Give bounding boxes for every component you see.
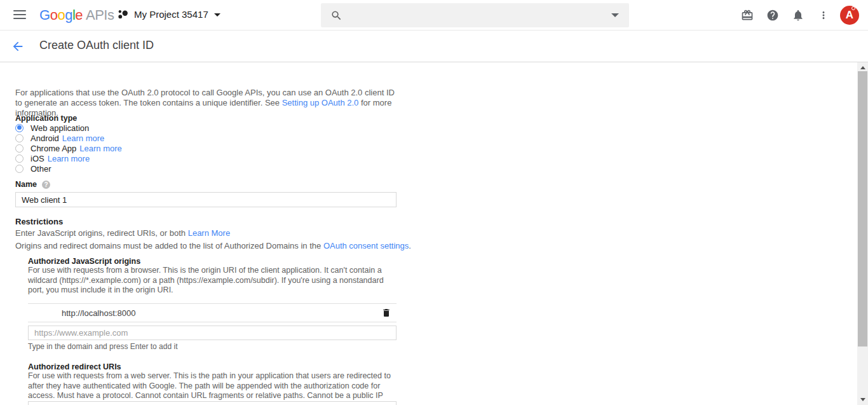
delete-origin-button[interactable]: [377, 303, 396, 322]
radio-other[interactable]: Other: [15, 163, 122, 174]
more-vert-icon[interactable]: [811, 3, 836, 28]
page-title: Create OAuth client ID: [39, 39, 154, 52]
restrictions-learn-more-link[interactable]: Learn More: [188, 228, 230, 238]
search-icon: [330, 10, 342, 22]
google-apis-logo[interactable]: GoogleAPIs: [39, 7, 114, 24]
restrictions-text: Enter JavaScript origins, redirect URIs,…: [15, 228, 188, 238]
scrollbar-thumb[interactable]: [858, 71, 867, 347]
origin-input[interactable]: [28, 326, 397, 340]
restrictions-heading: Restrictions: [15, 217, 63, 226]
back-arrow-icon[interactable]: [11, 39, 25, 53]
header-actions: A: [735, 0, 864, 31]
restrictions-line2: Origins and redirect domains must be add…: [15, 241, 411, 251]
radio-chrome-app[interactable]: Chrome App Learn more: [15, 143, 122, 153]
origin-entry-value: http://localhost:8000: [28, 308, 377, 318]
learn-more-link[interactable]: Learn more: [62, 134, 104, 143]
redirect-uris-description: For use with requests from a web server.…: [28, 371, 403, 405]
search-input[interactable]: [342, 3, 611, 27]
content: For applications that use the OAuth 2.0 …: [0, 62, 857, 405]
radio-label: Android: [31, 134, 59, 143]
scroll-down-arrow[interactable]: [857, 394, 868, 405]
restrictions-period: .: [409, 241, 411, 251]
radio-label: Other: [31, 164, 51, 174]
application-type-label: Application type: [15, 114, 77, 123]
vertical-scrollbar[interactable]: [857, 62, 868, 405]
apis-label: APIs: [86, 7, 114, 23]
radio-label: Web application: [31, 123, 89, 133]
google-wordmark: Google: [39, 7, 83, 23]
redirect-uri-input-partial[interactable]: [28, 401, 397, 405]
name-input[interactable]: [15, 192, 397, 207]
avatar-ring: [851, 6, 855, 10]
gift-icon[interactable]: [735, 3, 760, 28]
help-icon[interactable]: [760, 3, 785, 28]
redirect-uris-heading: Authorized redirect URIs: [28, 362, 121, 371]
learn-more-link[interactable]: Learn more: [48, 154, 90, 163]
radio-label: Chrome App: [31, 144, 76, 153]
menu-icon[interactable]: [13, 10, 26, 20]
origin-entry-row: http://localhost:8000: [28, 303, 397, 322]
js-origins-heading: Authorized JavaScript origins: [28, 257, 140, 266]
project-name: My Project 35417: [134, 9, 208, 20]
avatar-letter: A: [846, 9, 853, 22]
restrictions-line1: Enter JavaScript origins, redirect URIs,…: [15, 228, 230, 238]
radio-selected-icon[interactable]: [15, 124, 24, 132]
radio-icon[interactable]: [15, 134, 24, 142]
project-dots-icon: [116, 8, 129, 20]
radio-icon[interactable]: [15, 165, 24, 173]
page: GoogleAPIs My Project 35417: [0, 0, 868, 405]
js-origins-description: For use with requests from a browser. Th…: [28, 266, 398, 296]
radio-icon[interactable]: [15, 144, 24, 153]
chevron-down-icon: [214, 13, 220, 17]
name-label: Name: [15, 180, 37, 189]
restrictions-text2: Origins and redirect domains must be add…: [15, 241, 323, 251]
setting-up-oauth-link[interactable]: Setting up OAuth 2.0: [282, 98, 359, 107]
name-label-row: Name ?: [15, 180, 50, 189]
trash-icon: [381, 308, 391, 318]
radio-web-application[interactable]: Web application: [15, 123, 122, 133]
radio-label: iOS: [31, 154, 44, 163]
origin-helper-text: Type in the domain and press Enter to ad…: [28, 342, 177, 351]
top-header: GoogleAPIs My Project 35417: [0, 0, 868, 31]
learn-more-link[interactable]: Learn more: [79, 144, 121, 153]
oauth-consent-settings-link[interactable]: OAuth consent settings: [323, 241, 409, 251]
avatar[interactable]: A: [840, 6, 859, 25]
radio-ios[interactable]: iOS Learn more: [15, 153, 122, 163]
name-help-icon[interactable]: ?: [42, 181, 50, 189]
bell-icon[interactable]: [785, 3, 811, 28]
search-bar[interactable]: [321, 3, 629, 27]
search-dropdown-icon[interactable]: [611, 13, 619, 17]
project-selector[interactable]: My Project 35417: [116, 8, 220, 20]
radio-android[interactable]: Android Learn more: [15, 133, 122, 143]
application-type-radios: Web application Android Learn more Chrom…: [15, 123, 122, 174]
radio-icon[interactable]: [15, 154, 24, 163]
title-bar: Create OAuth client ID: [0, 31, 868, 62]
